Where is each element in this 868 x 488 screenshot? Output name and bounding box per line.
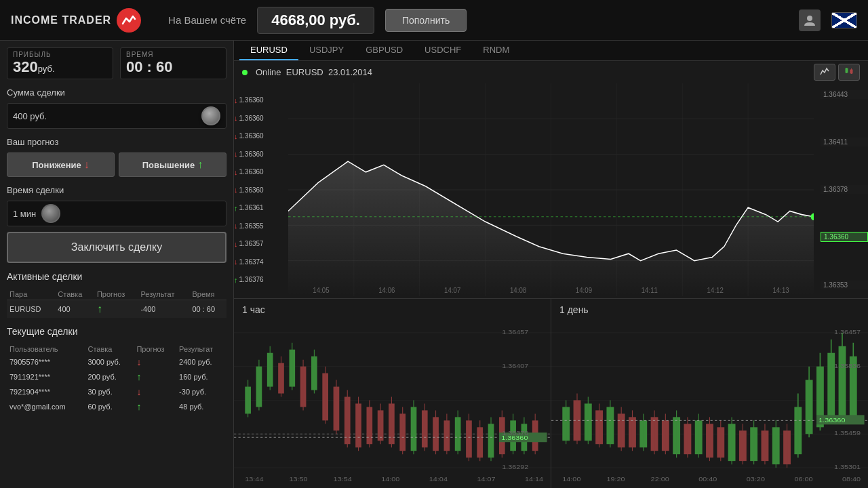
svg-text:14:08: 14:08 xyxy=(510,285,526,294)
tab-eurusd[interactable]: EURUSD xyxy=(239,41,298,60)
tick-arrow-down-icon: ↓ xyxy=(234,132,238,140)
svg-text:22:00: 22:00 xyxy=(651,475,669,483)
tick-arrow-down-icon: ↓ xyxy=(234,168,238,176)
svg-text:06:00: 06:00 xyxy=(794,475,812,483)
svg-text:19:20: 19:20 xyxy=(606,475,625,483)
tick-item: ↑1.36376 xyxy=(234,276,288,284)
active-deals-table: Пара Ставка Прогноз Результат Время EURU… xyxy=(7,289,226,318)
left-panel: ПРИБЫЛЬ 320руб. ВРЕМЯ 00 : 60 Сумма сдел… xyxy=(0,41,234,488)
forecast-cell: ↑ xyxy=(134,369,176,384)
chart-header: Online EURUSD 23.01.2014 xyxy=(234,61,868,83)
active-deals-title: Активные сделки xyxy=(7,271,226,282)
col-bet: Ставка xyxy=(55,289,94,300)
deal-button[interactable]: Заключить сделку xyxy=(7,232,226,263)
profit-label: ПРИБЫЛЬ xyxy=(13,51,107,58)
line-chart-btn[interactable] xyxy=(814,64,835,81)
tick-item: ↓1.36360 xyxy=(234,168,288,176)
time-row: 1 мин xyxy=(7,201,226,226)
svg-text:1.36407: 1.36407 xyxy=(502,362,528,369)
result-cell: -400 xyxy=(138,300,189,319)
svg-text:14:12: 14:12 xyxy=(707,285,724,294)
current-deals-title: Текущие сделки xyxy=(7,326,226,337)
profit-box: ПРИБЫЛЬ 320руб. xyxy=(7,47,113,79)
tick-item: ↓1.36360 xyxy=(234,132,288,140)
result-cell: 2400 руб. xyxy=(176,354,226,369)
tick-arrow-up-icon: ↑ xyxy=(234,204,238,212)
flag-uk[interactable] xyxy=(831,12,857,28)
main-layout: ПРИБЫЛЬ 320руб. ВРЕМЯ 00 : 60 Сумма сдел… xyxy=(0,41,868,488)
bet-cell: 400 xyxy=(55,300,94,319)
tab-rndm[interactable]: RNDM xyxy=(472,41,520,60)
candle-chart-btn[interactable] xyxy=(838,64,860,81)
tick-arrow-down-icon: ↓ xyxy=(234,258,238,266)
chart-title: Online EURUSD 23.01.2014 xyxy=(256,67,372,77)
tab-usdjpy[interactable]: USDJPY xyxy=(298,41,355,60)
main-chart-area: Online EURUSD 23.01.2014 xyxy=(234,61,868,298)
svg-text:13:44: 13:44 xyxy=(245,475,263,483)
current-deals-table: Пользователь Ставка Прогноз Результат 79… xyxy=(7,344,226,414)
price-label-current: 1.36360 xyxy=(821,232,868,242)
deal-amount-text: 400 руб. xyxy=(13,111,201,121)
deal-time-slider[interactable] xyxy=(41,204,60,223)
curr-col-forecast: Прогноз xyxy=(134,344,176,354)
result-cell: 48 руб. xyxy=(176,399,226,414)
forecast-cell: ↓ xyxy=(134,384,176,399)
svg-text:14:14: 14:14 xyxy=(525,475,543,483)
svg-text:13:54: 13:54 xyxy=(334,475,352,483)
bet-cell: 200 руб. xyxy=(85,369,134,384)
deal-amount-row: 400 руб. xyxy=(7,103,226,129)
tick-item: ↓1.36355 xyxy=(234,222,288,230)
arrow-up-icon: ↑ xyxy=(197,159,203,171)
tick-item: ↓1.36360 xyxy=(234,186,288,194)
deposit-button[interactable]: Пополнить xyxy=(385,9,467,32)
time-value: 00 : 60 xyxy=(126,58,220,76)
svg-text:14:00: 14:00 xyxy=(562,475,580,483)
svg-text:14:04: 14:04 xyxy=(429,475,448,483)
price-label-3: 1.36378 xyxy=(821,185,868,194)
svg-text:1.35836: 1.35836 xyxy=(834,362,861,369)
svg-text:03:20: 03:20 xyxy=(747,475,765,483)
forecast-down-button[interactable]: Понижение ↓ xyxy=(7,152,115,177)
balance-label: На Вашем счёте xyxy=(168,14,246,26)
forecast-up-label: Повышение xyxy=(142,160,195,170)
user-icon[interactable] xyxy=(799,9,821,31)
table-row: 7921904**** 30 руб. ↓ -30 руб. xyxy=(7,384,226,399)
svg-text:1.36457: 1.36457 xyxy=(834,328,861,336)
svg-text:1.35459: 1.35459 xyxy=(834,430,861,437)
bet-cell: 3000 руб. xyxy=(85,354,134,369)
tab-gbpusd[interactable]: GBPUSD xyxy=(355,41,414,60)
bet-cell: 60 руб. xyxy=(85,399,134,414)
tick-item: ↓1.36360 xyxy=(234,114,288,122)
price-labels: 1.36443 1.36411 1.36378 1.36360 1.36353 xyxy=(821,83,868,296)
svg-text:14:07: 14:07 xyxy=(444,285,460,294)
deal-time-section-label: Время сделки xyxy=(7,185,226,195)
tick-arrow-down-icon: ↓ xyxy=(234,240,238,248)
result-cell: -30 руб. xyxy=(176,384,226,399)
forecast-arrow-icon: ↑ xyxy=(97,303,102,314)
tick-item: ↓1.36374 xyxy=(234,258,288,266)
user-cell: vvo*@gmail.com xyxy=(7,399,85,414)
svg-text:1.35301: 1.35301 xyxy=(834,463,861,470)
tick-item: ↑1.36361 xyxy=(234,204,288,212)
forecast-cell: ↓ xyxy=(134,354,176,369)
col-time: Время xyxy=(189,289,226,300)
deal-amount-slider[interactable] xyxy=(201,106,220,125)
forecast-up-button[interactable]: Повышение ↑ xyxy=(119,152,226,177)
pair-cell: EURUSD xyxy=(7,300,55,319)
forecast-row: Понижение ↓ Повышение ↑ xyxy=(7,152,226,177)
col-forecast: Прогноз xyxy=(94,289,138,300)
svg-text:1.36292: 1.36292 xyxy=(502,463,528,470)
1d-chart: 1 день xyxy=(551,299,868,488)
col-pair: Пара xyxy=(7,289,55,300)
balance-value: 4668,00 руб. xyxy=(257,7,374,34)
profit-value: 320руб. xyxy=(13,58,107,76)
header: INCOME TRADER На Вашем счёте 4668,00 руб… xyxy=(0,0,868,41)
deal-time-value: 1 мин xyxy=(13,209,36,219)
tick-arrow-down-icon: ↓ xyxy=(234,150,238,158)
tab-usdchf[interactable]: USDCHF xyxy=(414,41,472,60)
user-cell: 7911921**** xyxy=(7,369,85,384)
svg-text:00:40: 00:40 xyxy=(698,475,717,483)
price-label-1: 1.36443 xyxy=(821,90,868,99)
bet-cell: 30 руб. xyxy=(85,384,134,399)
curr-col-bet: Ставка xyxy=(85,344,134,354)
